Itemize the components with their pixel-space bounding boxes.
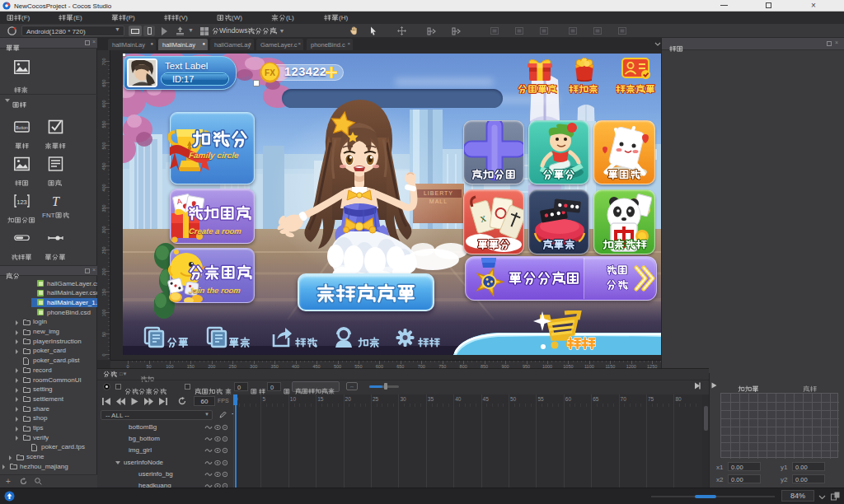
svg-text:Button: Button [16,125,28,130]
svg-text:T: T [52,194,60,208]
svg-text:123: 123 [16,198,27,206]
svg-text:FX: FX [265,68,275,77]
